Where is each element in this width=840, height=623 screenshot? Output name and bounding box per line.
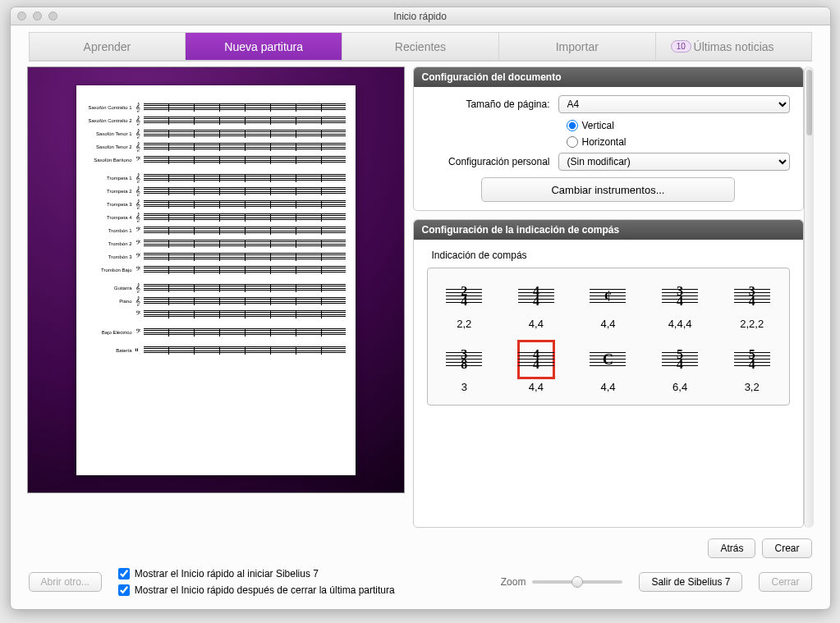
timesig-option[interactable]: 342,2,2 <box>723 277 781 333</box>
timesig-option[interactable]: 344,4,4 <box>651 277 709 333</box>
clef-icon: 𝄥 <box>135 346 144 355</box>
tab-label: Recientes <box>395 40 446 53</box>
orientation-horizontal-radio[interactable] <box>567 136 578 148</box>
settings-scrollbar[interactable] <box>804 66 814 528</box>
minimize-window-icon[interactable] <box>33 11 42 21</box>
timesig-option[interactable]: 444,4 <box>507 277 565 333</box>
timesig-glyph: 44 <box>517 340 555 379</box>
timesig-glyph: 24 <box>445 277 483 316</box>
close-window-icon[interactable] <box>17 11 26 21</box>
timesig-symbol: ¢ <box>604 288 612 305</box>
orientation-horizontal-label: Horizontal <box>582 136 627 148</box>
window-controls <box>17 11 57 21</box>
instrument-label: Trompeta 3 <box>86 202 135 207</box>
timesig-option[interactable]: 546,4 <box>651 340 709 396</box>
instrument-label: Bajo Eléctrico <box>86 330 135 335</box>
timesig-grid: 242,2444,4¢4,4344,4,4342,2,2383444,4C4,4… <box>427 268 790 405</box>
staff-lines <box>144 346 346 355</box>
show-after-close-checkbox[interactable] <box>118 584 130 596</box>
clef-icon: 𝄞 <box>135 297 144 305</box>
tab-label: Últimas noticias <box>694 40 774 53</box>
personal-config-label: Configuración personal <box>427 156 550 167</box>
timesig-option[interactable]: 383 <box>436 340 493 396</box>
orientation-vertical-radio[interactable] <box>567 120 578 131</box>
clef-icon: 𝄞 <box>135 174 144 182</box>
instrument-label: Saxofón Tenor 2 <box>86 144 135 149</box>
staff-row: Trompeta 4𝄞 <box>86 212 346 223</box>
timesig-label: 2,2 <box>436 318 493 330</box>
staff-lines <box>144 117 346 125</box>
zoom-label: Zoom <box>501 576 526 588</box>
staff-lines <box>144 200 346 208</box>
back-button[interactable]: Atrás <box>708 538 755 558</box>
staff-row: Guitarra𝄞 <box>86 282 346 294</box>
tab-aprender[interactable]: Aprender <box>29 32 186 61</box>
page-size-label: Tamaño de página: <box>427 98 550 110</box>
personal-config-select[interactable]: (Sin modificar) <box>558 153 790 171</box>
staff-lines <box>144 297 346 305</box>
show-on-start-checkbox[interactable] <box>118 568 130 579</box>
timesig-option[interactable]: ¢4,4 <box>580 277 637 333</box>
timesig-option[interactable]: C4,4 <box>580 340 637 396</box>
page-size-select[interactable]: A4 <box>558 95 790 113</box>
tab-nueva-partitura[interactable]: Nueva partitura <box>185 32 342 61</box>
clef-icon: 𝄢 <box>135 227 144 235</box>
timesig-header: Configuración de la indicación de compás <box>414 220 803 240</box>
close-button[interactable]: Cerrar <box>759 572 811 592</box>
staff-row: Saxofón Tenor 1𝄞 <box>86 128 346 140</box>
timesig-label: 4,4 <box>507 381 565 393</box>
timesig-label: 2,2,2 <box>723 318 781 330</box>
timesig-denominator: 4 <box>533 297 539 305</box>
timesig-panel: Configuración de la indicación de compás… <box>413 219 804 528</box>
timesig-denominator: 4 <box>533 360 539 369</box>
staff-row: Trompeta 3𝄞 <box>86 199 346 210</box>
tab-recientes[interactable]: Recientes <box>342 32 499 61</box>
clef-icon: 𝄞 <box>135 103 144 112</box>
timesig-denominator: 4 <box>461 297 467 305</box>
staff-row: Trompeta 2𝄞 <box>86 186 346 197</box>
open-other-button[interactable]: Abrir otro... <box>29 572 102 592</box>
staff-lines <box>144 253 346 261</box>
footer: Abrir otro... Mostrar el Inicio rápido a… <box>11 558 830 609</box>
exit-button[interactable]: Salir de Sibelius 7 <box>639 572 742 592</box>
staff-lines <box>144 143 346 151</box>
staff-row: Piano𝄞 <box>86 295 346 307</box>
tab-label: Importar <box>556 40 599 53</box>
timesig-option[interactable]: 444,4 <box>507 340 565 396</box>
tab-importar[interactable]: Importar <box>498 32 656 61</box>
timesig-glyph: 44 <box>517 277 555 316</box>
timesig-label: 3 <box>436 381 493 393</box>
timesig-denominator: 8 <box>461 360 467 369</box>
staff-lines <box>144 213 346 222</box>
instrument-label: Trompeta 1 <box>86 176 135 181</box>
timesig-option[interactable]: 543,2 <box>723 340 781 396</box>
score-page: Saxofón Contralto 1𝄞Saxofón Contralto 2𝄞… <box>76 85 356 475</box>
clef-icon: 𝄞 <box>135 213 144 222</box>
instrument-label: Saxofón Barítono <box>86 158 135 163</box>
staff-row: Saxofón Tenor 2𝄞 <box>86 141 346 153</box>
timesig-section-label: Indicación de compás <box>432 250 790 261</box>
staff-row: Trompeta 1𝄞 <box>86 172 346 184</box>
instrument-label: Trompeta 2 <box>86 189 135 194</box>
staff-lines <box>144 103 346 112</box>
show-on-start-label: Mostrar el Inicio rápido al iniciar Sibe… <box>135 568 319 579</box>
staff-lines <box>144 266 346 274</box>
staff-row: Trombón 2𝄢 <box>86 238 346 250</box>
staff-lines <box>144 130 346 138</box>
timesig-glyph: 54 <box>661 340 699 379</box>
tab-últimas-noticias[interactable]: 10Últimas noticias <box>655 32 813 61</box>
timesig-option[interactable]: 242,2 <box>436 277 493 333</box>
instrument-label: Trombón 1 <box>86 228 135 233</box>
zoom-window-icon[interactable] <box>48 11 57 21</box>
instrument-label: Piano <box>86 299 135 304</box>
staff-row: Saxofón Contralto 1𝄞 <box>86 102 346 113</box>
timesig-glyph: 34 <box>733 277 771 316</box>
instrument-label: Saxofón Contralto 1 <box>86 105 135 110</box>
timesig-denominator: 4 <box>749 297 755 305</box>
zoom-slider[interactable] <box>532 580 622 584</box>
quick-start-window: Inicio rápido AprenderNueva partituraRec… <box>10 7 831 610</box>
main-tabs: AprenderNueva partituraRecientesImportar… <box>29 32 812 62</box>
timesig-label: 4,4 <box>580 318 637 330</box>
create-button[interactable]: Crear <box>762 538 811 558</box>
change-instruments-button[interactable]: Cambiar instrumentos... <box>481 177 735 202</box>
